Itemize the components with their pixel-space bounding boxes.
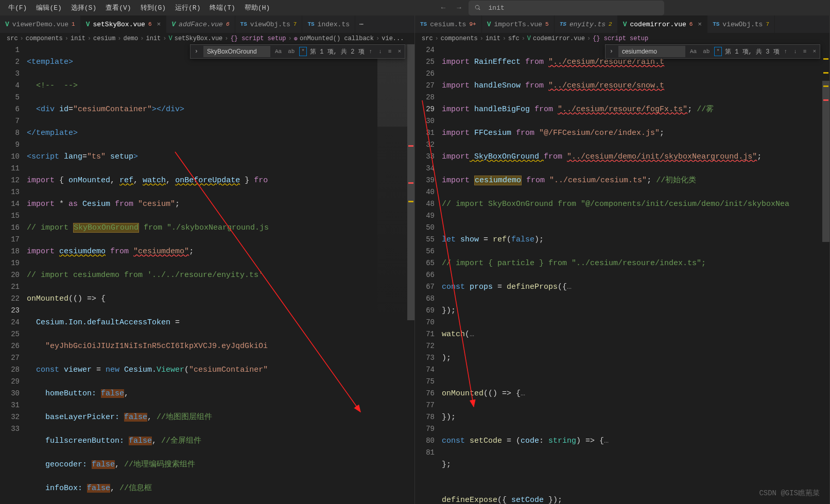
gutter-left: 1234567891011121314151617181920212223242… [0,44,27,504]
tab-addface[interactable]: VaddFace.vue6 [166,15,235,33]
tab-viewerdemo[interactable]: VviewerDemo.vue1 [0,15,81,33]
breadcrumb-left[interactable]: src› components› init› cesium› demo› ini… [0,33,414,44]
tabbar-right: TScesium.ts9+ VimportTs.vue5 TSenyity.ts… [415,15,829,33]
editor-group-left: VviewerDemo.vue1 VsetSkyBox.vue6× VaddFa… [0,15,415,504]
menu-file[interactable]: 牛(F) [4,1,31,14]
command-center-search[interactable]: init [469,1,664,15]
ts-icon: TS [240,21,247,27]
menu-help[interactable]: 帮助(H) [240,1,274,14]
find-input[interactable] [618,46,685,57]
find-filter[interactable]: ≡ [387,47,393,56]
find-next[interactable]: ↓ [377,47,384,56]
opt-word[interactable]: ab [286,47,296,56]
editor-left[interactable]: 1234567891011121314151617181920212223242… [0,44,414,504]
code-right[interactable]: import RainEffect from "../cesium/resour… [442,44,822,504]
find-close[interactable]: × [811,47,818,56]
code-left[interactable]: <template> <!-- --> <div id="cesiumConta… [27,44,377,504]
find-filter[interactable]: ≡ [802,47,808,56]
watermark: CSDN @GIS瞧菢菜 [759,489,820,498]
close-icon[interactable]: × [698,21,702,28]
menu-view[interactable]: 查看(V) [101,1,135,14]
opt-word[interactable]: ab [701,47,711,56]
opt-regex[interactable]: * [714,47,722,56]
ts-icon: TS [713,21,719,27]
vue-icon: V [171,21,176,28]
tab-codemirror[interactable]: Vcodemirror.vue6× [618,15,707,33]
find-next[interactable]: ↓ [792,47,799,56]
vue-icon: V [5,21,9,28]
find-input[interactable] [203,46,270,57]
find-result: 第 1 项, 共 2 项 [310,47,365,56]
breadcrumb-right[interactable]: src› components› init› sfc› Vcodemirror.… [415,33,829,44]
history-back[interactable]: ← [437,2,449,14]
editor-group-right: TScesium.ts9+ VimportTs.vue5 TSenyity.ts… [415,15,830,504]
tab-cesium-ts[interactable]: TScesium.ts9+ [415,15,482,33]
tab-viewobj2[interactable]: TSviewObj.ts7 [707,15,775,33]
scrollbar-right[interactable] [822,44,829,504]
opt-case[interactable]: Aa [273,47,283,56]
tab-viewobj-ts[interactable]: TSviewObj.ts7 [235,15,303,33]
ts-icon: TS [307,21,314,27]
menubar: 牛(F) 编辑(E) 选择(S) 查看(V) 转到(G) 运行(R) 终端(T)… [0,0,830,15]
minimap-left[interactable] [377,44,407,504]
tab-setskybox[interactable]: VsetSkyBox.vue6× [81,15,167,33]
find-toggle[interactable]: › [608,47,615,56]
editor-right[interactable]: 2425262728293031323334394048495055566566… [415,44,829,504]
search-text: init [485,2,509,14]
vue-icon: V [86,21,90,28]
tab-overflow[interactable]: ⋯ [355,15,368,33]
menu-go[interactable]: 转到(G) [136,1,170,14]
find-widget-right: › Aa ab * 第 1 项, 共 3 项 ↑ ↓ ≡ × [605,44,820,59]
scrollbar-left[interactable] [407,44,414,504]
vue-icon: V [623,21,627,28]
tab-enyity-ts[interactable]: TSenyity.ts2 [555,15,618,33]
ts-icon: TS [560,21,566,27]
vue-icon: V [487,21,491,28]
history-forward[interactable]: → [453,2,465,14]
gutter-right: 2425262728293031323334394048495055566566… [415,44,442,504]
find-result: 第 1 项, 共 3 项 [725,47,780,56]
close-icon[interactable]: × [157,21,161,28]
menu-edit[interactable]: 编辑(E) [32,1,65,14]
find-toggle[interactable]: › [193,47,200,56]
ts-icon: TS [420,21,427,27]
tab-importts[interactable]: VimportTs.vue5 [482,15,555,33]
menu-terminal[interactable]: 终端(T) [205,1,239,14]
tabbar-left: VviewerDemo.vue1 VsetSkyBox.vue6× VaddFa… [0,15,414,33]
tab-index-ts[interactable]: TSindex.ts [302,15,355,33]
opt-regex[interactable]: * [299,47,307,56]
find-prev[interactable]: ↑ [368,47,374,56]
find-close[interactable]: × [396,47,403,56]
find-widget-left: › Aa ab * 第 1 项, 共 2 项 ↑ ↓ ≡ × [190,44,405,59]
menu-run[interactable]: 运行(R) [171,1,204,14]
find-prev[interactable]: ↑ [783,47,789,56]
opt-case[interactable]: Aa [688,47,698,56]
menu-select[interactable]: 选择(S) [67,1,100,14]
search-icon [475,5,481,11]
